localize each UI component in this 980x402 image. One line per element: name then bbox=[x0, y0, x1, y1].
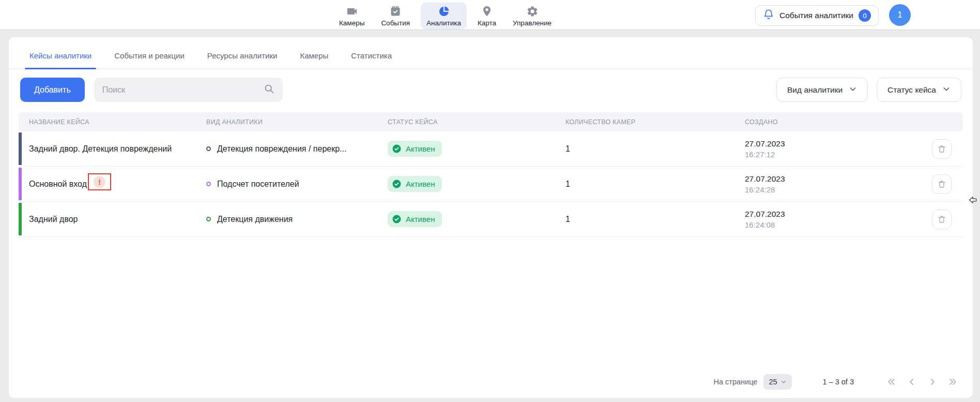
case-status-cell: Активен bbox=[388, 211, 565, 227]
column-header-type: Вид аналитики bbox=[206, 118, 388, 126]
created-date: 27.07.2023 bbox=[745, 210, 931, 219]
events-count-badge: 0 bbox=[859, 9, 871, 22]
filter-label: Статус кейса bbox=[887, 85, 936, 95]
chevron-down-icon bbox=[780, 379, 787, 385]
trash-icon bbox=[937, 144, 946, 154]
case-type-label: Подсчет посетителей bbox=[217, 180, 299, 189]
events-button-label: События аналитики bbox=[779, 11, 853, 20]
analytics-type-filter[interactable]: Вид аналитики bbox=[776, 78, 868, 102]
nav-item-management[interactable]: Управление bbox=[507, 3, 557, 29]
delete-case-button[interactable] bbox=[932, 210, 952, 229]
status-badge: Активен bbox=[388, 141, 442, 157]
column-header-name: Название кейса bbox=[19, 118, 206, 126]
created-time: 16:27:12 bbox=[745, 150, 931, 159]
nav-label: Карта bbox=[478, 19, 496, 27]
nav-item-map[interactable]: Карта bbox=[472, 3, 502, 29]
status-label: Активен bbox=[406, 144, 435, 153]
search-input[interactable] bbox=[102, 85, 258, 95]
case-type-cell: Подсчет посетителей bbox=[206, 180, 388, 189]
row-actions bbox=[931, 174, 963, 194]
created-date: 27.07.2023 bbox=[745, 174, 931, 184]
case-accent-bar bbox=[19, 168, 22, 200]
check-circle-icon bbox=[392, 144, 402, 154]
created-cell: 27.07.2023 16:24:28 bbox=[745, 174, 931, 194]
analytics-type-dot-icon bbox=[206, 217, 211, 221]
case-accent-bar bbox=[19, 132, 22, 165]
add-case-button[interactable]: Добавить bbox=[20, 78, 85, 102]
created-date: 27.07.2023 bbox=[745, 139, 931, 148]
created-time: 16:24:08 bbox=[745, 220, 931, 229]
analytics-events-button[interactable]: События аналитики 0 bbox=[755, 5, 879, 26]
per-page-select[interactable]: 25 bbox=[763, 374, 791, 390]
case-name: Задний двор bbox=[19, 215, 206, 224]
section-tabs: Кейсы аналитики События и реакции Ресурс… bbox=[9, 37, 973, 69]
first-page-button[interactable] bbox=[886, 377, 896, 387]
nav-label: Камеры bbox=[339, 19, 364, 27]
analytics-type-dot-icon bbox=[206, 146, 211, 151]
chevron-left-icon bbox=[907, 377, 917, 387]
row-actions bbox=[931, 210, 963, 229]
pagination-controls bbox=[886, 377, 958, 387]
cases-table: Название кейса Вид аналитики Статус кейс… bbox=[9, 112, 973, 237]
chevron-right-icon bbox=[927, 377, 938, 387]
delete-case-button[interactable] bbox=[932, 174, 952, 194]
tab-statistics[interactable]: Статистика bbox=[351, 51, 392, 69]
tab-analytics-resources[interactable]: Ресурсы аналитики bbox=[207, 51, 278, 69]
prev-page-button[interactable] bbox=[907, 377, 917, 387]
cases-toolbar: Добавить Вид аналитики Статус кейса bbox=[9, 78, 973, 102]
column-header-created: Создано bbox=[745, 118, 931, 126]
case-status-cell: Активен bbox=[388, 141, 565, 157]
map-pin-icon bbox=[481, 5, 493, 18]
nav-label: Управление bbox=[513, 19, 552, 27]
case-accent-bar bbox=[19, 203, 22, 235]
gear-icon bbox=[526, 5, 539, 18]
analytics-cases-panel: Кейсы аналитики События и реакции Ресурс… bbox=[9, 37, 973, 398]
case-status-cell: Активен bbox=[388, 176, 565, 192]
nav-label: Аналитика bbox=[426, 19, 461, 27]
case-type-cell: Детекция движения bbox=[206, 215, 388, 224]
tab-events-reactions[interactable]: События и реакции bbox=[114, 51, 185, 69]
nav-item-analytics[interactable]: Аналитика bbox=[421, 3, 467, 29]
nav-label: События bbox=[381, 19, 410, 27]
per-page-label: На странице bbox=[713, 378, 757, 386]
tab-analytics-cases[interactable]: Кейсы аналитики bbox=[29, 51, 91, 69]
calendar-check-icon bbox=[389, 5, 402, 18]
trash-icon bbox=[937, 180, 946, 189]
warning-icon: ! bbox=[94, 176, 105, 188]
user-avatar[interactable]: 1 bbox=[889, 4, 911, 26]
row-actions bbox=[931, 139, 963, 159]
chevron-down-icon bbox=[849, 85, 857, 95]
pagination-range: 1 – 3 of 3 bbox=[823, 378, 854, 386]
nav-item-events[interactable]: События bbox=[375, 3, 416, 29]
case-status-filter[interactable]: Статус кейса bbox=[877, 78, 961, 102]
video-camera-icon bbox=[346, 5, 358, 18]
status-label: Активен bbox=[406, 215, 435, 224]
created-cell: 27.07.2023 16:24:08 bbox=[745, 210, 931, 229]
top-header-bar: Камеры События Аналитика bbox=[0, 0, 980, 30]
pie-chart-icon bbox=[438, 5, 450, 18]
nav-item-cameras[interactable]: Камеры bbox=[333, 3, 370, 29]
camera-count: 1 bbox=[565, 144, 745, 154]
camera-count: 1 bbox=[565, 215, 745, 224]
column-header-cameras: Количество камер bbox=[565, 118, 745, 126]
main-navigation: Камеры События Аналитика bbox=[333, 3, 557, 29]
tab-cameras[interactable]: Камеры bbox=[300, 51, 328, 69]
warning-highlight-box: ! bbox=[88, 173, 111, 190]
column-header-status: Статус кейса bbox=[388, 118, 565, 126]
delete-case-button[interactable] bbox=[932, 139, 952, 159]
next-page-button[interactable] bbox=[927, 377, 938, 387]
camera-count: 1 bbox=[565, 180, 745, 189]
per-page-value: 25 bbox=[769, 378, 777, 386]
search-box[interactable] bbox=[94, 78, 283, 102]
chevron-down-icon bbox=[942, 85, 951, 95]
bell-icon bbox=[763, 9, 774, 22]
last-page-button[interactable] bbox=[948, 377, 958, 387]
table-row[interactable]: Задний двор Детекция движения Активен 1 … bbox=[19, 202, 963, 237]
analytics-type-dot-icon bbox=[206, 182, 211, 186]
table-row[interactable]: Основной вход ! Подсчет посетителей Акти… bbox=[19, 167, 963, 202]
status-badge: Активен bbox=[388, 211, 442, 227]
double-chevron-left-icon bbox=[886, 377, 896, 387]
table-row[interactable]: Задний двор. Детекция повреждений Детекц… bbox=[19, 131, 963, 167]
status-badge: Активен bbox=[388, 176, 442, 192]
case-type-cell: Детекция повреждения / перекр... bbox=[206, 144, 388, 154]
